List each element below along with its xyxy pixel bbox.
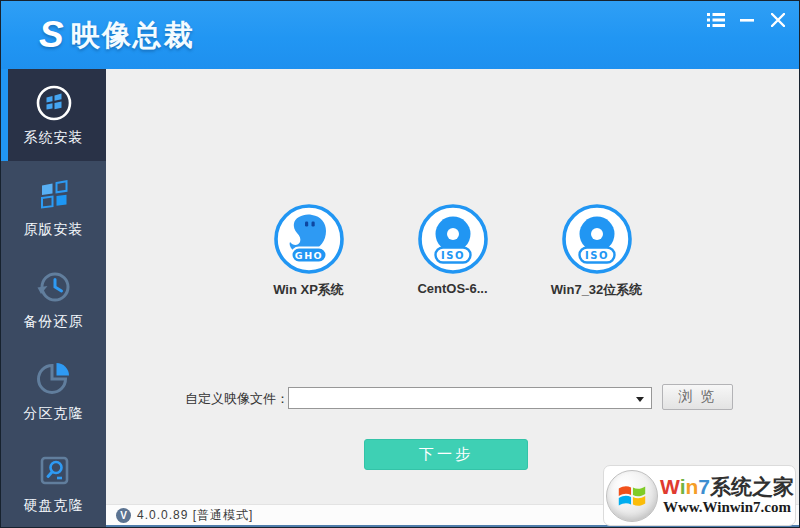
- watermark-letter: n: [685, 475, 698, 498]
- system-install-icon: [34, 82, 74, 124]
- image-path-input[interactable]: [291, 389, 631, 407]
- gho-file-icon: GHO: [272, 202, 346, 276]
- sidebar-item-label: 分区克隆: [24, 405, 84, 423]
- disk-clone-icon: [34, 450, 74, 492]
- partition-clone-icon: [34, 358, 74, 400]
- next-step-button[interactable]: 下一步: [364, 439, 528, 470]
- app-logo: S 映像总裁: [39, 15, 195, 55]
- watermark-letter: 7: [698, 475, 710, 498]
- file-label: CentOS-6...: [417, 281, 487, 296]
- watermark-text-block: Win7系统之家 Www.Winwin7.com: [660, 475, 794, 516]
- sidebar-item-system-install[interactable]: 系统安装: [1, 69, 106, 161]
- menu-icon[interactable]: [705, 10, 727, 30]
- chevron-down-icon[interactable]: [636, 397, 644, 402]
- iso-badge: ISO: [441, 250, 465, 261]
- app-window: S 映像总裁: [0, 0, 800, 528]
- title-bar[interactable]: S 映像总裁: [1, 1, 799, 69]
- watermark-letter: W: [660, 475, 680, 498]
- iso-badge: ISO: [585, 250, 609, 261]
- browse-button[interactable]: 浏 览: [662, 384, 733, 410]
- logo-s-icon: S: [39, 15, 64, 55]
- app-title: 映像总裁: [71, 15, 195, 55]
- sidebar-item-label: 原版安装: [24, 221, 84, 239]
- gho-badge: GHO: [294, 250, 322, 261]
- watermark-url: Www.Winwin7.com: [663, 498, 791, 516]
- sidebar-item-partition-clone[interactable]: 分区克隆: [1, 345, 106, 437]
- version-text: 4.0.0.89 [普通模式]: [137, 507, 253, 524]
- sidebar-item-label: 备份还原: [24, 313, 84, 331]
- sidebar-item-backup-restore[interactable]: 备份还原: [1, 253, 106, 345]
- sidebar-item-original-install[interactable]: 原版安装: [1, 161, 106, 253]
- image-file-list: GHO Win XP系统 ISO CentOS-6...: [106, 202, 799, 299]
- file-item-gho[interactable]: GHO Win XP系统: [272, 202, 346, 299]
- sidebar-item-label: 系统安装: [24, 129, 84, 147]
- sidebar-nav: 系统安装 原版安装 备份还原: [1, 69, 106, 527]
- iso-file-icon: ISO: [416, 202, 490, 276]
- watermark-suffix: 系统之家: [710, 475, 794, 498]
- winwin7-watermark: Win7系统之家 Www.Winwin7.com: [603, 465, 796, 526]
- main-content: GHO Win XP系统 ISO CentOS-6...: [106, 69, 799, 527]
- file-item-iso-win7[interactable]: ISO Win7_32位系统: [560, 202, 634, 299]
- file-label: Win XP系统: [273, 281, 344, 299]
- file-label: Win7_32位系统: [551, 281, 643, 299]
- original-install-icon: [34, 174, 74, 216]
- custom-image-label: 自定义映像文件：: [185, 390, 289, 408]
- watermark-site-name: Win7系统之家: [660, 475, 794, 498]
- close-icon[interactable]: [767, 10, 789, 30]
- window-controls: [705, 10, 789, 30]
- backup-restore-icon: [34, 266, 74, 308]
- sidebar-item-disk-clone[interactable]: 硬盘克隆: [1, 437, 106, 528]
- iso-file-icon: ISO: [560, 202, 634, 276]
- file-item-iso-centos[interactable]: ISO CentOS-6...: [416, 202, 490, 299]
- version-badge-icon: V: [116, 508, 131, 523]
- sidebar-item-label: 硬盘克隆: [24, 497, 84, 515]
- image-path-combobox[interactable]: [288, 387, 652, 409]
- minimize-icon[interactable]: [736, 10, 758, 30]
- windows-flag-icon: [606, 470, 658, 522]
